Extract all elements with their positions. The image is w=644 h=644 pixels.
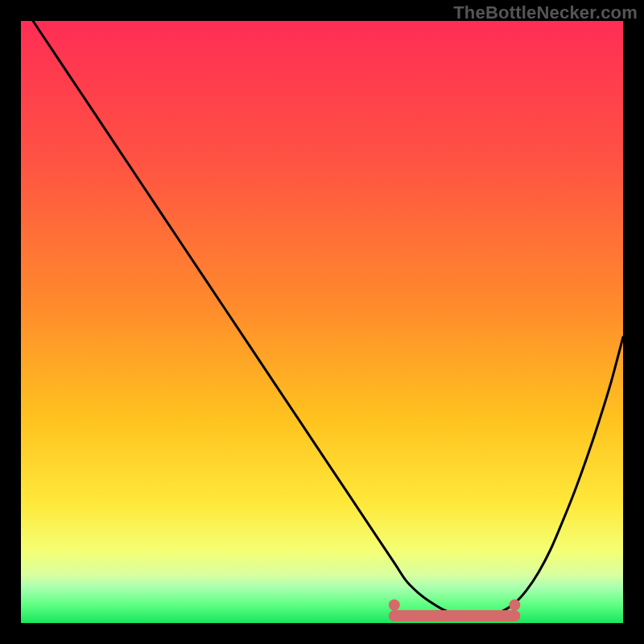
- watermark-text: TheBottleNecker.com: [453, 2, 638, 23]
- bottleneck-chart: TheBottleNecker.com: [0, 0, 644, 644]
- plot-gradient-area: [21, 21, 623, 623]
